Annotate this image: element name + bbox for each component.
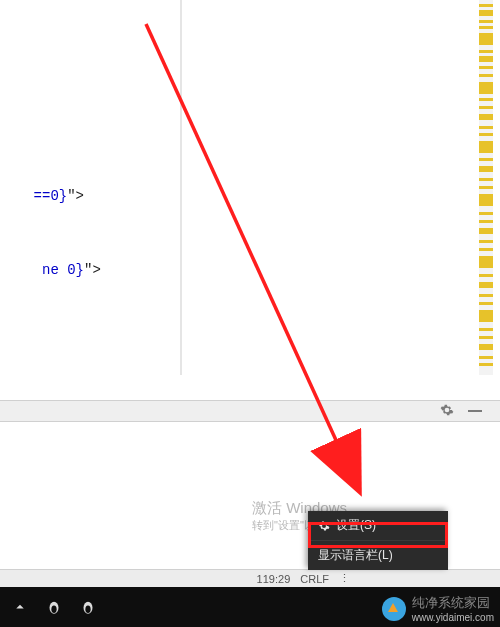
watermark-title: 纯净系统家园 xyxy=(412,594,494,612)
gear-icon[interactable] xyxy=(440,403,454,420)
line-endings[interactable]: CRLF xyxy=(300,573,329,585)
svg-point-3 xyxy=(51,606,56,614)
ime-settings-item[interactable]: 设置(S) xyxy=(308,511,448,540)
site-watermark: 纯净系统家园 www.yidaimei.com xyxy=(382,594,494,623)
watermark-url: www.yidaimei.com xyxy=(412,612,494,623)
panel-toolbar xyxy=(0,400,500,422)
panel-minimize[interactable] xyxy=(468,410,482,412)
watermark-logo-icon xyxy=(382,597,406,621)
editor-status-bar: 119:29 CRLF ⋮ xyxy=(0,569,500,587)
code-punc: "> xyxy=(84,262,101,278)
editor-main[interactable]: ==0}"> ne 0}"> xyxy=(0,0,500,400)
code-line-2[interactable]: ne 0}"> xyxy=(0,246,101,294)
ime-context-menu: 设置(S) 显示语言栏(L) xyxy=(308,511,448,570)
code-punc: "> xyxy=(67,188,84,204)
code-attr: ==0} xyxy=(34,188,68,204)
ime-langbar-label: 显示语言栏(L) xyxy=(318,547,393,564)
editor-split-divider xyxy=(180,0,182,375)
status-more-icon[interactable]: ⋮ xyxy=(339,572,350,585)
svg-point-5 xyxy=(85,606,90,614)
code-line-1[interactable]: ==0}"> xyxy=(0,172,84,220)
minimap-track[interactable] xyxy=(479,0,493,375)
cursor-position[interactable]: 119:29 xyxy=(257,573,291,585)
qq-penguin-icon[interactable] xyxy=(76,595,100,619)
editor-minimap[interactable] xyxy=(467,0,493,375)
ime-language-bar-item[interactable]: 显示语言栏(L) xyxy=(308,540,448,570)
tray-chevron-up-icon[interactable] xyxy=(8,595,32,619)
ime-settings-label: 设置(S) xyxy=(336,517,376,534)
gear-icon xyxy=(318,520,330,532)
code-attr: ne 0} xyxy=(34,262,84,278)
qq-penguin-icon[interactable] xyxy=(42,595,66,619)
